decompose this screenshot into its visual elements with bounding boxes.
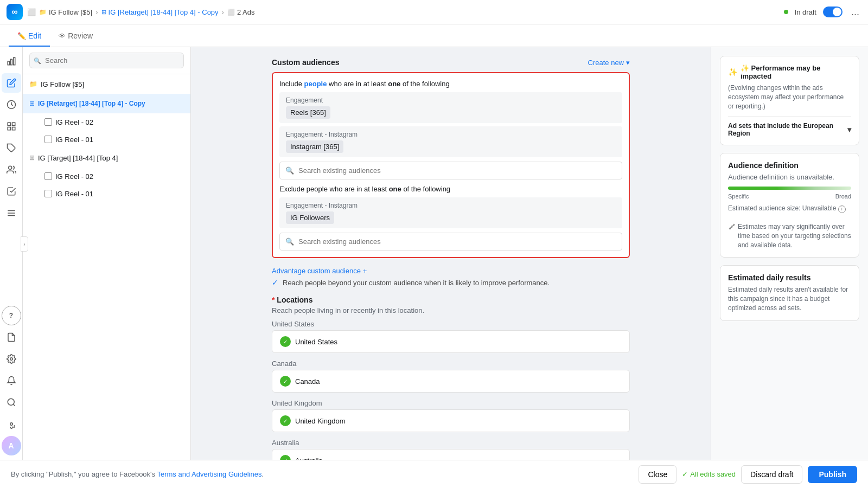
close-button[interactable]: Close bbox=[639, 465, 676, 484]
top-bar: ∞ ⬜ 📁 IG Follow [$5] › ⊞ IG [Retarget] [… bbox=[0, 0, 868, 24]
nav-item-ig-follow[interactable]: 📁 IG Follow [$5] ··· bbox=[23, 74, 190, 94]
perf-card-desc: (Evolving changes within the ads ecosyst… bbox=[728, 84, 851, 111]
check-mark-icon: ✓ bbox=[272, 278, 278, 287]
grid-icon-breadcrumb: ⊞ bbox=[101, 9, 106, 16]
location-item-ca[interactable]: ✓ Canada bbox=[272, 370, 630, 393]
include-group-engagement: Engagement Reels [365] bbox=[279, 92, 622, 123]
nav-panel: 📁 IG Follow [$5] ··· ⊞ IG [Retarget] [18… bbox=[23, 47, 191, 460]
nav-icon-search-bottom[interactable] bbox=[2, 393, 21, 412]
nav-item-ig-reel-01-a[interactable]: IG Reel - 01 ··· bbox=[38, 131, 190, 148]
bottom-actions: Close ✓ All edits saved Discard draft Pu… bbox=[639, 465, 857, 484]
location-group-au-title: Australia bbox=[272, 439, 630, 447]
tab-edit[interactable]: ✏️Edit bbox=[9, 26, 50, 47]
search-exclude-input[interactable] bbox=[298, 237, 616, 246]
custom-audiences-title: Custom audiences bbox=[272, 58, 339, 67]
nav-item-ig-reel-02-a[interactable]: IG Reel - 02 ··· bbox=[38, 113, 190, 131]
nav-icon-pages[interactable] bbox=[2, 328, 21, 347]
search-input[interactable] bbox=[29, 53, 184, 68]
nav-icon-help[interactable]: ? bbox=[2, 306, 21, 325]
nav-icon-settings[interactable] bbox=[2, 349, 21, 369]
location-group-au: Australia ✓ Australia bbox=[272, 439, 630, 460]
bottom-disclaimer: By clicking "Publish," you agree to Face… bbox=[11, 470, 264, 478]
location-item-uk[interactable]: ✓ United Kingdom bbox=[272, 409, 630, 432]
shield-icon-us: ✓ bbox=[280, 336, 291, 347]
european-region-row[interactable]: Ad sets that include the European Region… bbox=[728, 116, 851, 137]
nav-icon-people[interactable] bbox=[2, 160, 21, 179]
nav-search-wrap bbox=[29, 53, 184, 68]
exclude-ig-followers-tag[interactable]: IG Followers bbox=[286, 211, 334, 224]
content-body: Custom audiences Create new ▾ Include pe… bbox=[261, 47, 641, 460]
status-indicator bbox=[784, 10, 788, 14]
user-avatar[interactable]: A bbox=[2, 436, 21, 455]
location-name-ca: Canada bbox=[295, 377, 320, 386]
main-layout: ? A › bbox=[0, 47, 868, 460]
svg-point-13 bbox=[10, 358, 12, 361]
folder-icon-nav: 📁 bbox=[29, 80, 37, 88]
advantage-check: ✓ Reach people beyond your custom audien… bbox=[272, 278, 630, 287]
more-options-button[interactable]: ... bbox=[849, 4, 861, 20]
audience-size-text: Estimated audience size: Unavailable i E… bbox=[728, 204, 851, 249]
nav-item-ig-reel-01-b[interactable]: IG Reel - 01 ··· bbox=[38, 185, 190, 202]
advantage-title[interactable]: Advantage custom audience + bbox=[272, 267, 630, 275]
tab-review[interactable]: 👁Review bbox=[50, 26, 101, 47]
star-icon: ✨ bbox=[728, 68, 737, 76]
nav-item-ig-target[interactable]: ⊞ IG [Target] [18-44] [Top 4] ··· bbox=[23, 148, 190, 168]
include-one-text: one bbox=[388, 80, 400, 88]
nav-icon-bell[interactable] bbox=[2, 371, 21, 390]
create-new-button[interactable]: Create new ▾ bbox=[588, 59, 630, 67]
shield-icon-ca: ✓ bbox=[280, 376, 291, 387]
breadcrumb-ig-retarget[interactable]: ⊞ IG [Retarget] [18-44] [Top 4] - Copy bbox=[101, 8, 219, 16]
engagement-instagram-tag[interactable]: Instagram [365] bbox=[286, 140, 343, 153]
nav-item-ig-reel-02-b[interactable]: IG Reel - 02 ··· bbox=[38, 168, 190, 185]
nav-icon-tag[interactable] bbox=[2, 138, 21, 158]
svg-rect-0 bbox=[8, 61, 9, 65]
search-exclude-audiences[interactable]: 🔍 bbox=[279, 233, 622, 251]
shield-icon-au: ✓ bbox=[280, 455, 291, 460]
breadcrumb-ig-follow[interactable]: 📁 IG Follow [$5] bbox=[39, 8, 92, 16]
nav-sub-retarget: IG Reel - 02 ··· IG Reel - 01 ··· bbox=[23, 113, 190, 148]
nav-icon-menu[interactable] bbox=[2, 203, 21, 223]
nav-icon-settings-bottom[interactable] bbox=[2, 414, 21, 434]
nav-icon-clipboard[interactable] bbox=[2, 182, 21, 201]
exclude-engagement-instagram-title: Engagement - Instagram bbox=[286, 202, 616, 209]
location-name-us: United States bbox=[295, 338, 337, 346]
discard-button[interactable]: Discard draft bbox=[741, 465, 802, 484]
svg-point-18 bbox=[731, 226, 732, 227]
custom-audiences-header: Custom audiences Create new ▾ bbox=[272, 58, 630, 67]
shield-icon-uk: ✓ bbox=[280, 415, 291, 426]
engagement-reels-tag[interactable]: Reels [365] bbox=[286, 106, 330, 119]
nav-icon-pencil[interactable] bbox=[2, 73, 21, 93]
status-toggle[interactable] bbox=[823, 7, 843, 17]
info-icon-audience[interactable]: i bbox=[838, 206, 846, 213]
publish-button[interactable]: Publish bbox=[808, 466, 857, 483]
nav-item-ig-retarget-copy[interactable]: ⊞ IG [Retarget] [18-44] [Top 4] - Copy ·… bbox=[23, 94, 190, 113]
svg-rect-2 bbox=[13, 57, 15, 65]
audience-gauge bbox=[728, 187, 851, 190]
location-name-uk: United Kingdom bbox=[295, 417, 346, 425]
svg-rect-7 bbox=[12, 127, 15, 130]
svg-rect-6 bbox=[8, 127, 10, 130]
ads-icon: ⬜ bbox=[227, 9, 235, 16]
breadcrumb-ads[interactable]: ⬜ 2 Ads bbox=[227, 8, 255, 16]
location-group-uk-title: United Kingdom bbox=[272, 399, 630, 407]
location-item-us[interactable]: ✓ United States bbox=[272, 330, 630, 353]
perf-card-title: ✨ ✨ Performance may be impacted bbox=[728, 64, 851, 80]
breadcrumb: ⬜ 📁 IG Follow [$5] › ⊞ IG [Retarget] [18… bbox=[27, 8, 780, 16]
meta-logo: ∞ bbox=[7, 4, 23, 20]
terms-link[interactable]: Terms and Advertising Guidelines bbox=[157, 470, 261, 478]
nav-icon-grid[interactable] bbox=[2, 117, 21, 136]
expand-sidebar-button[interactable]: › bbox=[21, 236, 28, 252]
search-include-input[interactable] bbox=[298, 166, 616, 175]
search-include-audiences[interactable]: 🔍 bbox=[279, 162, 622, 179]
svg-point-17 bbox=[729, 228, 730, 229]
saved-indicator: ✓ All edits saved bbox=[682, 470, 736, 478]
svg-point-16 bbox=[10, 423, 12, 426]
page-icon-reel-02a bbox=[44, 118, 52, 126]
nav-icon-clock[interactable] bbox=[2, 95, 21, 114]
include-people-text: people bbox=[304, 80, 327, 88]
location-item-au[interactable]: ✓ Australia bbox=[272, 449, 630, 460]
audiences-box: Include people who are in at least one o… bbox=[272, 72, 630, 258]
svg-line-15 bbox=[13, 404, 15, 406]
location-group-ca-title: Canada bbox=[272, 359, 630, 368]
nav-icon-chart[interactable] bbox=[2, 52, 21, 71]
